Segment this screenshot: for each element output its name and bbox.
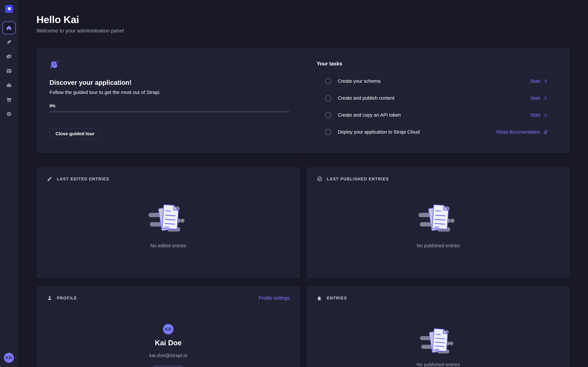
task-start-link[interactable]: Start (530, 78, 548, 84)
task-label: Create your schema (338, 78, 380, 84)
widgets-row: PROFILE Profile settings KD Kai Doe kai.… (36, 286, 570, 367)
chevron-right-icon (543, 96, 548, 101)
entries-widget: ENTRIES No published entries (306, 286, 570, 367)
task-row: Deploy your application to Strapi Cloud … (317, 124, 556, 141)
profile-avatar: KD (163, 324, 173, 334)
sidebar-item-home[interactable] (2, 22, 16, 34)
cloud-icon (6, 82, 12, 88)
task-action-label: Start (530, 95, 540, 101)
main-content: Hello Kai Welcome to your administration… (36, 0, 570, 367)
task-status-circle (325, 129, 331, 135)
profile-widget: PROFILE Profile settings KD Kai Doe kai.… (36, 286, 300, 367)
content-type-builder-icon (6, 68, 12, 74)
sidebar-item-cloud[interactable] (2, 79, 16, 92)
empty-state: No published entries (317, 182, 560, 269)
widget-header: ENTRIES (317, 295, 560, 301)
last-edited-entries-widget: LAST EDITED ENTRIES No edited entries (36, 167, 300, 278)
tasks-title: Your tasks (317, 61, 556, 67)
task-start-link[interactable]: Start (530, 112, 548, 118)
strapi-logo-icon (5, 5, 13, 13)
task-status-circle (325, 112, 331, 118)
sidebar-item-settings[interactable] (2, 108, 16, 120)
task-row: Create and copy an API token Start (317, 107, 556, 124)
task-action-label: Start (530, 112, 540, 118)
task-status-circle (325, 95, 331, 101)
widget-title: LAST EDITED ENTRIES (57, 177, 109, 181)
tasks-list: Create your schema Start Create and publ… (317, 72, 556, 141)
profile-body: KD Kai Doe kai.doe@strapi.io (47, 301, 290, 367)
sidebar-item-media-library[interactable] (2, 50, 16, 63)
tour-progress-label: 0% (50, 103, 290, 108)
strapi-logo[interactable] (5, 5, 13, 13)
page-title: Hello Kai (36, 14, 570, 25)
tour-progress-bar (50, 111, 290, 113)
task-label: Create and publish content (338, 95, 394, 101)
task-start-link[interactable]: Start (530, 95, 548, 101)
widget-title: ENTRIES (327, 296, 347, 300)
settings-icon (6, 111, 12, 117)
guided-tour-intro: Discover your application! Follow the gu… (36, 48, 303, 153)
widgets-row: LAST EDITED ENTRIES No edited entries LA… (36, 167, 570, 278)
empty-state-message: No edited entries (150, 243, 186, 248)
task-label: Deploy your application to Strapi Cloud (338, 129, 420, 135)
sidebar-user-avatar[interactable]: KD (4, 353, 14, 363)
empty-documents-illustration (148, 202, 188, 234)
home-icon (6, 25, 12, 31)
task-status-circle (325, 78, 331, 84)
guided-tour-title: Discover your application! (50, 79, 290, 86)
page-subtitle: Welcome to your administration panel (36, 28, 570, 34)
content-manager-icon (6, 39, 12, 45)
empty-documents-illustration (419, 326, 457, 356)
user-icon (47, 295, 52, 301)
task-read-documentation-link[interactable]: Read documentation (496, 129, 548, 135)
your-tasks-panel: Your tasks Create your schema Start Crea… (303, 48, 570, 153)
empty-state-message: No published entries (417, 243, 460, 248)
widget-title: PROFILE (57, 296, 77, 300)
task-label: Create and copy an API token (338, 112, 401, 118)
sidebar-item-content-manager[interactable] (2, 36, 16, 49)
check-circle-icon (317, 176, 322, 182)
pencil-icon (47, 176, 52, 182)
media-library-icon (6, 53, 12, 60)
profile-name: Kai Doe (155, 339, 182, 347)
close-guided-tour-button[interactable]: Close guided tour (50, 129, 100, 139)
waving-hand-icon (50, 60, 59, 69)
sidebar-footer: KD (0, 349, 18, 367)
empty-state-message: No published entries (417, 362, 460, 367)
task-row: Create and publish content Start (317, 90, 556, 107)
chevron-right-icon (543, 113, 548, 118)
sidebar-divider (0, 18, 18, 18)
external-link-icon (543, 130, 548, 134)
puzzle-piece-icon (317, 295, 322, 301)
widget-header: LAST PUBLISHED ENTRIES (317, 176, 560, 182)
profile-settings-link[interactable]: Profile settings (259, 295, 290, 301)
task-action-label: Read documentation (496, 129, 540, 135)
empty-state: No published entries (317, 301, 560, 367)
widget-header: PROFILE Profile settings (47, 295, 290, 301)
last-published-entries-widget: LAST PUBLISHED ENTRIES No published entr… (306, 167, 570, 278)
task-row: Create your schema Start (317, 73, 556, 90)
guided-tour-subtitle: Follow the guided tour to get the most o… (50, 89, 290, 95)
profile-email: kai.doe@strapi.io (149, 353, 187, 358)
marketplace-icon (6, 97, 12, 103)
profile-role-badge (153, 365, 183, 367)
task-action-label: Start (530, 78, 540, 84)
widget-header: LAST EDITED ENTRIES (47, 176, 290, 182)
guided-tour-card: Discover your application! Follow the gu… (36, 48, 570, 153)
empty-state: No edited entries (47, 182, 290, 269)
sidebar: KD (0, 0, 18, 367)
page-header: Hello Kai Welcome to your administration… (36, 0, 570, 44)
chevron-right-icon (543, 79, 548, 83)
widget-title: LAST PUBLISHED ENTRIES (327, 177, 389, 181)
sidebar-item-marketplace[interactable] (2, 93, 16, 106)
sidebar-nav (2, 22, 16, 120)
sidebar-item-content-type-builder[interactable] (2, 65, 16, 77)
empty-documents-illustration (418, 202, 458, 234)
